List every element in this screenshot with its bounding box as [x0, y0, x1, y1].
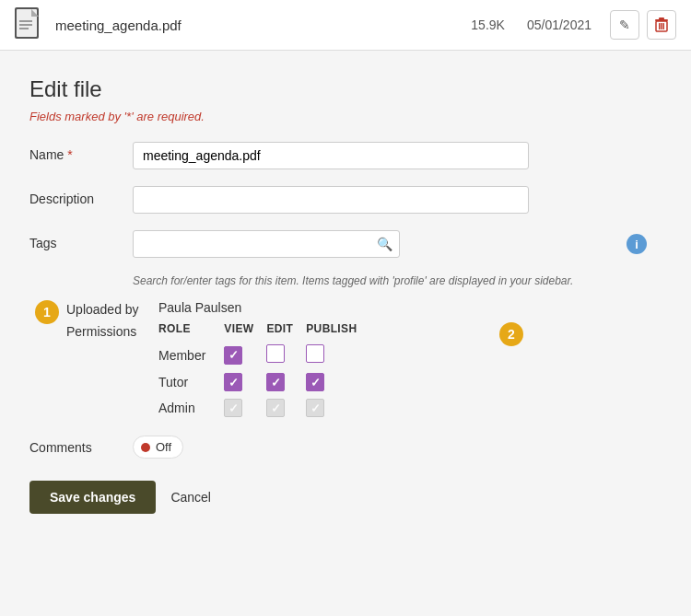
table-row: Member	[158, 341, 369, 369]
admin-view-checkbox	[224, 399, 242, 417]
tags-hint: Search for/enter tags for this item. Ite…	[133, 274, 662, 287]
tags-label: Tags	[29, 230, 122, 250]
toggle-label: Off	[156, 440, 171, 454]
toggle-dot	[141, 443, 150, 452]
admin-publish-checkbox	[306, 399, 324, 417]
svg-rect-11	[659, 17, 664, 20]
description-label: Description	[29, 186, 122, 206]
member-view-checkbox[interactable]	[224, 346, 242, 365]
top-bar: meeting_agenda.pdf 15.9K 05/01/2021 ✎	[0, 0, 691, 51]
tutor-edit-checkbox[interactable]	[266, 373, 285, 391]
col-view: VIEW	[224, 320, 266, 341]
permissions-table: ROLE VIEW EDIT PUBLISH Member	[158, 320, 369, 421]
top-bar-actions: ✎	[610, 10, 676, 40]
tags-wrapper: 🔍	[133, 230, 400, 258]
save-button[interactable]: Save changes	[29, 481, 156, 514]
svg-rect-5	[19, 28, 29, 29]
step-badge-2: 2	[499, 322, 523, 346]
member-edit-checkbox[interactable]	[266, 344, 285, 363]
comments-label: Comments	[29, 440, 122, 455]
file-size: 15.9K	[471, 17, 505, 32]
file-date: 05/01/2021	[527, 17, 591, 32]
tags-input[interactable]	[133, 230, 400, 258]
uploaded-by-label: Uploaded by	[66, 300, 158, 317]
uploaded-by-row: 1 Uploaded by Paula Paulsen	[66, 300, 662, 317]
main-content: Edit file Fields marked by '*' are requi…	[0, 51, 691, 543]
role-admin: Admin	[158, 395, 224, 421]
permissions-label: Permissions	[66, 320, 158, 339]
permissions-row: Permissions 2 ROLE VIEW EDIT PUBLISH Mem…	[66, 320, 662, 421]
role-tutor: Tutor	[158, 369, 224, 395]
cancel-button[interactable]: Cancel	[170, 481, 211, 514]
svg-rect-9	[663, 23, 665, 29]
comments-row: Comments Off	[29, 436, 662, 459]
step-badge-1: 1	[35, 300, 59, 324]
name-input[interactable]	[133, 142, 529, 169]
uploaded-by-value: Paula Paulsen	[158, 300, 241, 315]
file-icon	[15, 7, 44, 42]
required-notice: Fields marked by '*' are required.	[29, 110, 662, 123]
role-member: Member	[158, 341, 224, 369]
tutor-publish-checkbox[interactable]	[306, 373, 324, 391]
col-role: ROLE	[158, 320, 224, 341]
col-edit: EDIT	[266, 320, 306, 341]
tutor-view-checkbox[interactable]	[224, 373, 242, 391]
edit-file-button[interactable]: ✎	[610, 10, 639, 40]
delete-file-button[interactable]	[647, 10, 676, 40]
page-title: Edit file	[29, 76, 662, 102]
col-publish: PUBLISH	[306, 320, 369, 341]
svg-rect-3	[19, 20, 32, 22]
comments-toggle-button[interactable]: Off	[133, 436, 183, 459]
svg-rect-7	[659, 23, 661, 29]
info-icon[interactable]: i	[627, 234, 647, 254]
admin-edit-checkbox	[266, 399, 285, 417]
actions-row: Save changes Cancel	[29, 481, 662, 514]
tags-row: Tags 🔍 i	[29, 230, 662, 258]
svg-rect-8	[661, 23, 662, 29]
member-publish-checkbox[interactable]	[306, 344, 324, 363]
filename-label: meeting_agenda.pdf	[55, 17, 460, 33]
name-label: Name *	[29, 142, 122, 162]
search-icon: 🔍	[377, 237, 392, 251]
name-row: Name *	[29, 142, 662, 169]
description-row: Description	[29, 186, 662, 214]
info-icon-wrapper: i	[627, 234, 647, 254]
table-row: Admin	[158, 395, 369, 421]
file-meta: 15.9K 05/01/2021	[471, 17, 591, 32]
description-input[interactable]	[133, 186, 529, 214]
svg-rect-4	[19, 24, 32, 26]
table-row: Tutor	[158, 369, 369, 395]
